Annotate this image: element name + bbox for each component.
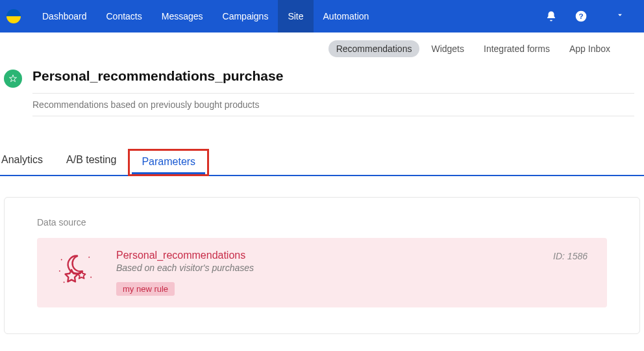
- recommendation-icon: [53, 250, 98, 289]
- nav-messages[interactable]: Messages: [152, 0, 213, 32]
- data-source-description: Based on each visitor's purchases: [116, 263, 527, 273]
- data-source-card[interactable]: Personal_recommendations Based on each v…: [37, 238, 607, 307]
- data-source-title: Personal_recommendations: [116, 250, 527, 261]
- star-icon: [8, 74, 18, 83]
- data-source-id: ID: 1586: [553, 251, 588, 261]
- subnav-recommendations[interactable]: Recommendations: [328, 40, 420, 57]
- svg-text:?: ?: [578, 12, 583, 20]
- tab-analytics[interactable]: Analytics: [0, 149, 55, 175]
- page-title: Personal_recommendations_purchase: [32, 68, 634, 84]
- tab-ab-testing[interactable]: A/B testing: [55, 149, 128, 175]
- nav-site[interactable]: Site: [278, 0, 313, 32]
- page-subtitle: Recommendations based on previously boug…: [32, 93, 634, 116]
- subnav-integrated-forms[interactable]: Integrated forms: [476, 40, 558, 57]
- svg-point-5: [90, 277, 92, 278]
- parameters-panel: Data source Personal_recommendations Bas…: [4, 197, 640, 334]
- nav-contacts[interactable]: Contacts: [97, 0, 152, 32]
- tab-parameters[interactable]: Parameters: [128, 149, 209, 176]
- page-header: Personal_recommendations_purchase Recomm…: [0, 65, 644, 116]
- top-nav: Dashboard Contacts Messages Campaigns Si…: [0, 0, 644, 32]
- help-button[interactable]: ?: [571, 6, 591, 26]
- user-menu-dropdown[interactable]: [615, 10, 625, 22]
- svg-point-2: [61, 259, 62, 261]
- subnav: Recommendations Widgets Integrated forms…: [0, 32, 644, 65]
- nav-campaigns[interactable]: Campaigns: [213, 0, 279, 32]
- data-source-label: Data source: [37, 217, 607, 228]
- bell-icon: [545, 10, 557, 22]
- chevron-down-icon: [615, 10, 625, 20]
- svg-point-6: [64, 281, 65, 283]
- subnav-app-inbox[interactable]: App Inbox: [562, 40, 618, 57]
- recommendation-badge: [4, 70, 22, 88]
- svg-point-4: [88, 257, 90, 258]
- help-icon: ?: [575, 10, 588, 23]
- notifications-button[interactable]: [541, 6, 561, 26]
- svg-point-3: [59, 270, 60, 272]
- tabs: Analytics A/B testing Parameters: [0, 149, 644, 176]
- sparkle-moon-icon: [56, 252, 94, 287]
- subnav-widgets[interactable]: Widgets: [423, 40, 472, 57]
- nav-automation[interactable]: Automation: [314, 0, 379, 32]
- flag-icon: [6, 9, 21, 23]
- rule-chip[interactable]: my new rule: [116, 282, 175, 296]
- nav-dashboard[interactable]: Dashboard: [32, 0, 97, 32]
